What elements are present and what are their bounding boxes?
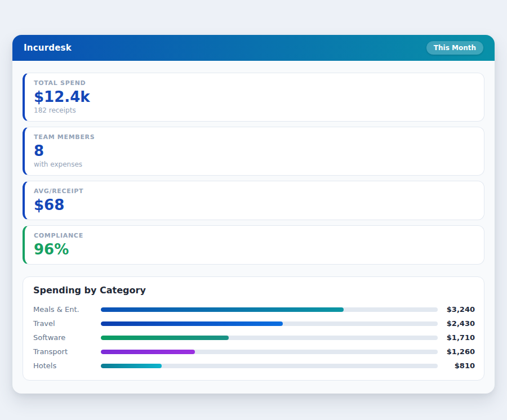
bar-fill [101,336,229,340]
bar-track [101,336,438,340]
category-row: Software $1,710 [33,330,475,345]
bar-track [101,321,438,326]
bar-fill [101,350,195,354]
category-value: $1,710 [443,333,475,342]
category-label: Software [33,333,101,342]
category-label: Transport [33,347,101,356]
category-row: Transport $1,260 [33,345,475,359]
stat-value: 96% [34,241,475,258]
bar-track [101,350,438,354]
app-header: Incurdesk This Month [12,35,495,61]
bar-fill [101,364,162,368]
stat-card: COMPLIANCE 96% [23,225,484,265]
stat-subtitle: 182 receipts [34,106,475,115]
stat-subtitle: with expenses [34,160,475,169]
spending-title: Spending by Category [33,285,475,296]
spending-card: Spending by Category Meals & Ent. $3,240… [23,276,484,381]
app-title: Incurdesk [24,43,72,53]
stat-value: 8 [34,142,475,159]
stat-label: AVG/RECEIPT [34,187,475,195]
category-label: Hotels [33,361,101,370]
dashboard-card: Incurdesk This Month TOTAL SPEND $12.4k … [12,35,495,394]
category-value: $3,240 [443,305,475,314]
stat-label: COMPLIANCE [34,232,475,240]
category-value: $810 [443,361,475,370]
stat-card: AVG/RECEIPT $68 [23,181,484,220]
bar-fill [101,321,283,326]
category-value: $2,430 [443,319,475,328]
category-row: Hotels $810 [33,359,475,373]
category-label: Travel [33,319,101,328]
period-badge-button[interactable]: This Month [426,41,483,55]
page-background: { "page": { "bg": "#edf1f7" }, "header":… [0,0,507,420]
stat-label: TOTAL SPEND [34,79,475,87]
dashboard-content: TOTAL SPEND $12.4k 182 receipts TEAM MEM… [12,61,495,394]
stats-list: TOTAL SPEND $12.4k 182 receipts TEAM MEM… [23,73,484,265]
bar-track [101,307,438,312]
category-row: Meals & Ent. $3,240 [33,302,475,316]
stat-value: $68 [34,196,475,213]
category-label: Meals & Ent. [33,305,101,314]
category-row: Travel $2,430 [33,316,475,330]
stat-card: TOTAL SPEND $12.4k 182 receipts [23,73,484,122]
category-value: $1,260 [443,347,475,356]
stat-value: $12.4k [34,88,475,105]
spending-rows: Meals & Ent. $3,240 Travel $2,430 Softwa… [33,302,475,373]
stat-card: TEAM MEMBERS 8 with expenses [23,127,484,176]
bar-track [101,364,438,368]
stat-label: TEAM MEMBERS [34,133,475,141]
bar-fill [101,307,344,312]
